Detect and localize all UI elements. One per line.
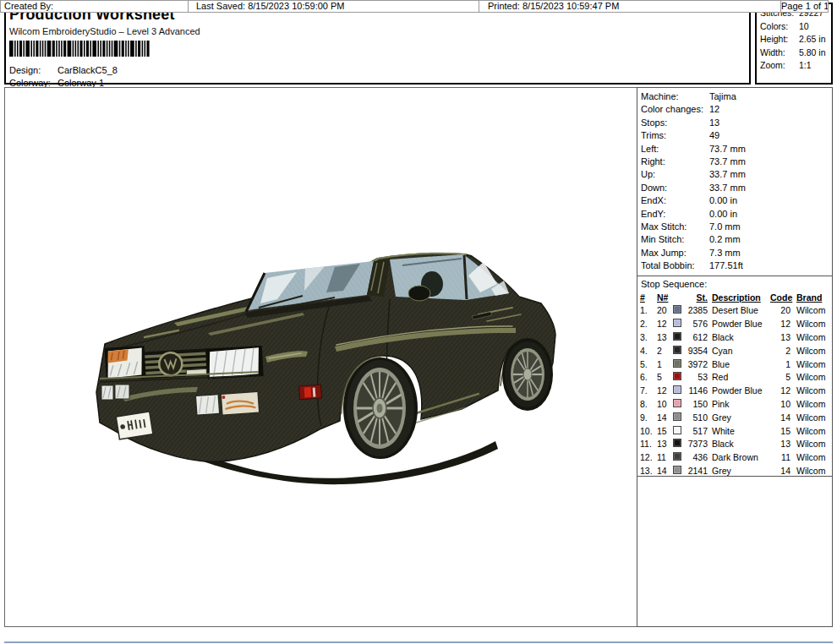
machine-row-label: Stops: bbox=[641, 117, 709, 129]
machine-row-label: Max Stitch: bbox=[641, 221, 709, 233]
barcode-bar bbox=[25, 41, 30, 57]
machine-row: Min Stitch:0.2 mm bbox=[641, 233, 830, 246]
machine-row: EndX:0.00 in bbox=[641, 194, 830, 207]
thread-description: Grey bbox=[710, 412, 770, 425]
stitch-count: 510 bbox=[687, 412, 710, 425]
machine-row-value: 33.7 mm bbox=[709, 168, 746, 181]
needle-number: 15 bbox=[657, 425, 673, 439]
page-number-cell: Page 1 of 1 bbox=[780, 0, 829, 13]
thread-brand: Wilcom bbox=[793, 318, 830, 331]
swatch-cell bbox=[673, 304, 687, 318]
created-by-cell: Created By: bbox=[0, 0, 189, 13]
thread-brand: Wilcom bbox=[793, 358, 830, 372]
machine-row-value: 0.00 in bbox=[709, 208, 737, 221]
row-number: 3. bbox=[640, 331, 657, 345]
row-number: 10. bbox=[640, 425, 657, 439]
design-value: CarBlackC5_8 bbox=[57, 64, 118, 77]
swatch-cell bbox=[673, 412, 687, 425]
machine-row-label: Machine: bbox=[641, 90, 709, 103]
row-number: 4. bbox=[640, 345, 657, 358]
thread-brand: Wilcom bbox=[793, 345, 830, 358]
table-row: 1.202385Desert Blue20Wilcom bbox=[640, 304, 832, 318]
stitch-count: 150 bbox=[687, 398, 710, 412]
needle-number: 20 bbox=[657, 304, 673, 318]
table-row: 10.15517White15Wilcom bbox=[640, 425, 832, 439]
thread-description: Desert Blue bbox=[710, 304, 770, 318]
machine-row: Machine:Tajima bbox=[641, 90, 830, 103]
stats-row-value: 5.80 in bbox=[799, 46, 826, 60]
machine-row-label: Right: bbox=[641, 156, 709, 168]
thread-code: 5 bbox=[770, 371, 793, 385]
table-row: 9.14510Grey14Wilcom bbox=[640, 412, 832, 425]
barcode-bar bbox=[84, 41, 85, 57]
swatch-cell bbox=[673, 451, 687, 465]
thread-description: Powder Blue bbox=[710, 385, 770, 398]
needle-number: 13 bbox=[657, 438, 673, 451]
stats-row-label: Colors: bbox=[760, 20, 799, 34]
column-header: Code bbox=[770, 292, 793, 305]
barcode-bar bbox=[52, 41, 55, 57]
needle-number: 12 bbox=[657, 385, 673, 398]
barcode-bar bbox=[40, 41, 41, 57]
stats-row: Zoom:1:1 bbox=[760, 59, 829, 73]
stats-box: Stitches:29227Colors:10Height:2.65 inWid… bbox=[755, 3, 833, 85]
machine-row: Trims:49 bbox=[641, 129, 830, 142]
stitch-count: 612 bbox=[687, 331, 710, 345]
machine-row-label: Down: bbox=[641, 182, 709, 194]
machine-row: Right:73.7 mm bbox=[641, 156, 830, 168]
row-number: 2. bbox=[640, 318, 657, 331]
stitch-count: 517 bbox=[687, 425, 710, 439]
thread-description: Powder Blue bbox=[710, 318, 770, 331]
color-swatch bbox=[673, 319, 681, 327]
stitch-count: 1146 bbox=[687, 385, 710, 398]
swatch-cell bbox=[673, 331, 687, 345]
column-header: St. bbox=[687, 292, 710, 305]
table-row: 2.12576Powder Blue12Wilcom bbox=[640, 318, 832, 331]
barcode-bar bbox=[125, 41, 127, 57]
thread-code: 1 bbox=[770, 358, 793, 372]
barcode-bar bbox=[61, 41, 63, 57]
needle-number: 11 bbox=[657, 451, 673, 465]
stitch-count: 436 bbox=[687, 451, 710, 465]
barcode-bar bbox=[122, 41, 124, 57]
stats-row: Height:2.65 in bbox=[760, 33, 829, 46]
stats-row-label: Width: bbox=[760, 46, 799, 60]
color-swatch bbox=[673, 439, 681, 447]
red-side-marker bbox=[298, 385, 321, 400]
barcode bbox=[9, 41, 161, 57]
barcode-bar bbox=[86, 41, 89, 57]
machine-row: Total Bobbin:177.51ft bbox=[641, 259, 830, 272]
barcode-bar bbox=[138, 41, 140, 57]
column-header: Brand bbox=[793, 292, 830, 305]
table-row: 5.13972Blue1Wilcom bbox=[640, 358, 832, 372]
machine-row-label: EndY: bbox=[641, 208, 709, 221]
thread-code: 15 bbox=[770, 425, 793, 439]
barcode-bar bbox=[58, 41, 60, 57]
thread-brand: Wilcom bbox=[793, 398, 830, 412]
table-row: 12.11436Dark Brown11Wilcom bbox=[640, 451, 832, 465]
thread-brand: Wilcom bbox=[793, 438, 830, 451]
car-embroidery-image bbox=[5, 88, 637, 626]
color-swatch bbox=[673, 332, 681, 341]
color-swatch bbox=[673, 385, 681, 394]
barcode-bar bbox=[92, 41, 96, 57]
machine-row: Max Jump:7.3 mm bbox=[641, 247, 830, 259]
swatch-cell bbox=[673, 438, 687, 451]
barcode-bar bbox=[19, 41, 22, 57]
production-worksheet-page: Production Worksheet Wilcom EmbroiderySt… bbox=[0, 0, 837, 644]
thread-brand: Wilcom bbox=[793, 412, 830, 425]
barcode-bar bbox=[147, 41, 150, 57]
barcode-bar bbox=[114, 41, 118, 57]
printed-cell: Printed: 8/15/2023 10:59:47 PM bbox=[479, 0, 781, 13]
header-box: Production Worksheet Wilcom EmbroiderySt… bbox=[4, 3, 751, 85]
barcode-bar bbox=[130, 41, 134, 57]
thread-description: Blue bbox=[710, 358, 770, 372]
design-label: Design: bbox=[9, 64, 57, 77]
table-row: 3.13612Black13Wilcom bbox=[640, 331, 832, 345]
row-number: 6. bbox=[640, 371, 657, 385]
color-swatch bbox=[673, 452, 681, 461]
barcode-bar bbox=[56, 41, 57, 57]
thread-code: 13 bbox=[770, 331, 793, 345]
door-mirror bbox=[408, 286, 430, 301]
machine-row-value: 7.3 mm bbox=[709, 247, 741, 259]
